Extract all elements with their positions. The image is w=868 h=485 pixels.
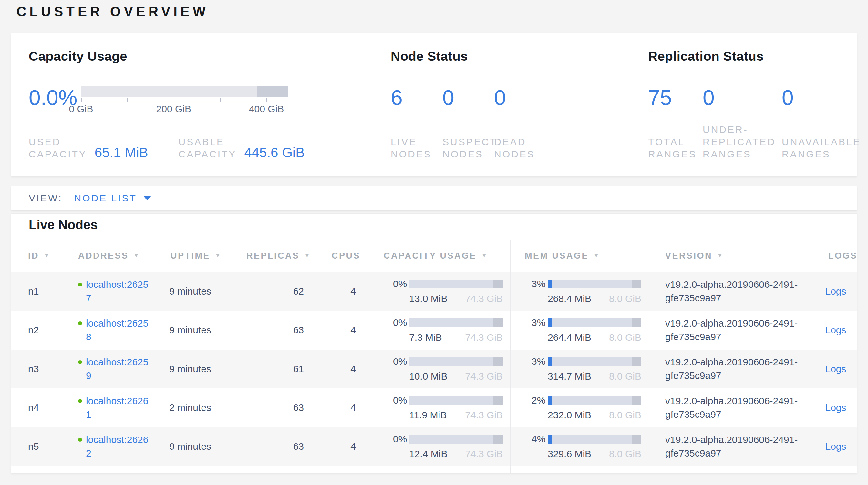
logs-link[interactable]: Logs [825,364,846,374]
cluster-overview-card: Capacity Usage 0.0% 0 GiB200 GiB400 GiB … [11,33,857,176]
usage-values-row: 13.0 MiB74.3 GiB [409,293,503,304]
cell-logs: Logs [814,311,857,349]
usage-bar-reserved-segment [493,396,503,405]
usage-bar-reserved-segment [631,318,641,327]
live-nodes-table-body: n1localhost:262579 minutes6240%13.0 MiB7… [11,272,857,473]
logs-link[interactable]: Logs [825,286,846,297]
usage-bar [409,435,503,444]
usage-bar [548,435,641,444]
live-nodes-heading: Live Nodes [29,218,97,232]
cell-address: localhost:26262 [64,427,156,466]
usage-percent: 3% [531,317,548,328]
logs-link[interactable]: Logs [825,441,846,452]
usage-total-value: 74.3 GiB [465,293,503,304]
cell-capacity: 0%13.0 MiB74.3 GiB [369,272,510,311]
cell-uptime: 9 minutes [156,311,232,349]
usage-percent: 0% [393,395,409,406]
cell-memory: 4%329.6 MiB8.0 GiB [510,427,651,466]
logs-link[interactable]: Logs [825,325,846,336]
version-text: v19.2.0-alpha.20190606-2491-gfe735c9a97 [665,433,814,460]
usage-percent: 3% [531,278,548,289]
cell-empty [510,466,651,473]
capacity-axis-labels: 0 GiB200 GiB400 GiB [81,104,288,115]
capacity-stat: USABLECAPACITY445.6 GiB [179,136,305,160]
column-header-version[interactable]: VERSION▼ [651,239,814,272]
live-status-dot-icon [78,360,82,364]
column-header-memory[interactable]: MEM USAGE▼ [510,239,651,272]
usage-total-value: 8.0 GiB [609,332,641,343]
usage-bar [409,396,503,405]
view-dropdown-selected[interactable]: NODE LIST [74,193,136,204]
cell-address: localhost:26261 [64,388,156,427]
capacity-usage-heading: Capacity Usage [29,49,365,64]
replication-stat-value: 0 [782,86,857,109]
node-stat-label: LIVENODES [391,136,442,160]
usage-values-row: 268.4 MiB8.0 GiB [548,293,641,304]
usage-values-row: 232.0 MiB8.0 GiB [548,410,641,421]
usage-bar-reserved-segment [631,435,641,444]
usage-used-value: 268.4 MiB [548,293,591,304]
cell-memory: 2%232.0 MiB8.0 GiB [510,388,651,427]
column-header-id[interactable]: ID▼ [11,239,64,272]
usage-bar [548,357,641,366]
cell-id: n5 [11,427,64,466]
replication-status-heading: Replication Status [648,49,857,64]
cell-uptime: 9 minutes [156,427,232,466]
view-dropdown[interactable]: NODE LIST [74,193,151,204]
usage-total-value: 8.0 GiB [609,410,641,421]
live-nodes-table-header: ID▼ADDRESS▼UPTIME▼REPLICAS▼CPUSCAPACITY … [11,239,857,272]
logs-link[interactable]: Logs [825,402,846,413]
chevron-down-icon [144,196,151,200]
usage-total-value: 8.0 GiB [609,449,641,459]
capacity-bar [81,86,288,97]
node-address-link[interactable]: localhost:26261 [86,394,149,421]
usage-bar [548,396,641,405]
version-text: v19.2.0-alpha.20190606-2491-gfe735c9a97 [665,355,814,382]
cell-cpus: 4 [317,349,369,388]
node-address-link[interactable]: localhost:26258 [86,317,149,344]
sort-arrow-icon: ▼ [304,252,311,259]
usage-bar-reserved-segment [631,396,641,405]
cell-memory: 3%314.7 MiB8.0 GiB [510,349,651,388]
node-stat-value: 0 [494,86,546,109]
axis-tick-label: 0 GiB [69,104,93,114]
axis-tick [220,98,221,102]
replication-status-values: 7500 [648,86,857,109]
usage-percent: 4% [531,434,548,445]
axis-tick [127,98,128,102]
usage-bar-row: 4% [531,434,641,445]
node-address-link[interactable]: localhost:26259 [86,355,149,382]
cell-version: v19.2.0-alpha.20190606-2491-gfe735c9a97 [651,427,814,466]
capacity-usage-chart: 0.0% 0 GiB200 GiB400 GiB [29,86,288,115]
usage-bar-row: 3% [531,278,641,289]
cell-replicas: 63 [232,388,317,427]
page-title: CLUSTER OVERVIEW [17,4,209,20]
table-row-partial [11,466,857,473]
cell-version: v19.2.0-alpha.20190606-2491-gfe735c9a97 [651,311,814,349]
cell-logs: Logs [814,349,857,388]
usage-bar-row: 2% [531,395,641,406]
usage-used-value: 232.0 MiB [548,410,591,421]
node-address-link[interactable]: localhost:26262 [86,433,149,460]
column-header-capacity[interactable]: CAPACITY USAGE▼ [369,239,510,272]
usage-total-value: 74.3 GiB [465,449,503,459]
usage-bar [409,357,503,366]
replication-stat-value: 0 [703,86,782,109]
usage-bar-reserved-segment [631,357,641,366]
node-address-link[interactable]: localhost:26257 [86,278,149,305]
sort-arrow-icon: ▼ [43,252,51,259]
usage-total-value: 8.0 GiB [609,371,641,382]
column-header-address[interactable]: ADDRESS▼ [64,239,156,272]
usage-used-value: 11.9 MiB [409,410,446,421]
column-header-replicas[interactable]: REPLICAS▼ [232,239,317,272]
capacity-axis-ticks [81,97,288,102]
cell-id: n2 [11,311,64,349]
usage-used-value: 12.4 MiB [409,449,447,459]
usage-used-value: 264.4 MiB [548,332,591,343]
usage-bar-fill [548,357,552,366]
usage-used-value: 10.0 MiB [409,371,447,382]
usage-bar-reserved-segment [493,280,503,288]
column-header-uptime[interactable]: UPTIME▼ [156,239,232,272]
stat-value: 445.6 GiB [244,145,305,160]
sort-arrow-icon: ▼ [133,252,141,259]
